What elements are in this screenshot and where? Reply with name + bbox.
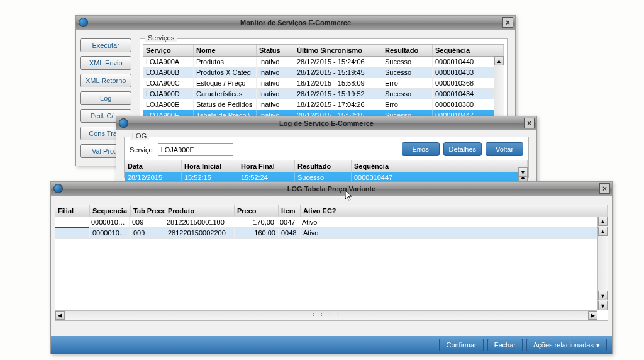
close-icon[interactable] xyxy=(502,17,513,28)
cell-nome: Produtos xyxy=(194,57,257,67)
cell-sequencia: 0000010447 xyxy=(89,217,130,227)
cell-ativo: Ativo xyxy=(299,217,608,227)
table-row[interactable]: LOJA900D Características Inativo 28/12/2… xyxy=(143,89,504,99)
log-tabela-titlebar[interactable]: LOG Tabela Preço Variante xyxy=(51,182,612,196)
table-row[interactable]: LOJA900B Produtos X Categ Inativo 28/12/… xyxy=(143,67,504,78)
col-data[interactable]: Data xyxy=(125,160,182,172)
tabela-scrollbar-v[interactable]: ▲ ▼ ▲ ▼ xyxy=(597,217,608,310)
detalhes-button[interactable]: Detalhes xyxy=(443,142,482,156)
cell-produto: 281220150002200 xyxy=(165,228,235,238)
servicos-tbody: LOJA900A Produtos Inativo 28/12/2015 - 1… xyxy=(143,57,504,121)
scrollbar-grip-icon[interactable]: ⋮⋮⋮⋮ xyxy=(310,312,343,320)
scroll-up-icon[interactable]: ▲ xyxy=(598,217,608,226)
log-fieldset: LOG Serviço Erros Detalhes Voltar Data H… xyxy=(124,137,529,178)
col-sequencia[interactable]: Sequência xyxy=(433,45,504,56)
monitor-titlebar[interactable]: Monitor de Serviços E-Commerce xyxy=(76,16,515,30)
cell-resultado: Erro xyxy=(382,78,433,88)
cell-servico: LOJA900D xyxy=(143,89,194,99)
col-servico[interactable]: Serviço xyxy=(143,45,194,56)
col-resultado[interactable]: Resultado xyxy=(295,160,352,172)
col-sequencia[interactable]: Sequencia xyxy=(90,205,131,217)
cell-servico: LOJA900A xyxy=(143,57,194,67)
col-hora-inicial[interactable]: Hora Inicial xyxy=(182,160,238,172)
log-servico-titlebar[interactable]: Log de Serviço E-Commerce xyxy=(116,116,536,130)
table-row[interactable]: 0000010447 009 281220150002200 160,00 00… xyxy=(55,228,608,239)
cell-sequencia: 0000010447 xyxy=(90,228,131,238)
cell-servico: LOJA900B xyxy=(143,67,194,77)
log-buttons: Erros Detalhes Voltar xyxy=(402,142,523,156)
executar-button[interactable]: Executar xyxy=(80,38,131,52)
fechar-button[interactable]: Fechar xyxy=(487,339,523,351)
scroll-up-icon[interactable]: ▲ xyxy=(494,56,504,65)
table-row[interactable]: LOJA900A Produtos Inativo 28/12/2015 - 1… xyxy=(143,57,504,67)
col-produto[interactable]: Produto xyxy=(165,205,235,217)
close-icon[interactable] xyxy=(599,183,610,194)
servicos-legend: Serviços xyxy=(145,34,177,42)
col-item[interactable]: Item xyxy=(279,205,301,217)
cell-filial[interactable] xyxy=(55,217,89,228)
cell-status: Inativo xyxy=(257,78,294,88)
app-icon xyxy=(53,184,63,193)
servico-row: Serviço xyxy=(130,143,233,156)
close-icon[interactable] xyxy=(524,118,535,128)
log-servico-title: Log de Serviço E-Commerce xyxy=(279,120,374,127)
log-button[interactable]: Log xyxy=(80,91,131,105)
scroll-page-up-icon[interactable]: ▲ xyxy=(598,227,608,236)
tabela-table: Filial Sequencia Tab Preco Produto Preco… xyxy=(55,205,608,321)
cell-status: Inativo xyxy=(257,57,294,67)
chevron-down-icon: ▾ xyxy=(596,341,600,349)
col-resultado[interactable]: Resultado xyxy=(382,45,433,56)
cell-status: Inativo xyxy=(257,89,294,99)
col-sequencia[interactable]: Sequência xyxy=(352,160,528,172)
log-tabela-window: LOG Tabela Preço Variante Filial Sequenc… xyxy=(50,181,613,354)
col-ultimo[interactable]: Último Sincronismo xyxy=(294,45,382,56)
cell-ativo: Ativo xyxy=(301,228,608,238)
col-hora-final[interactable]: Hora Final xyxy=(238,160,295,172)
cell-resultado: Erro xyxy=(382,99,433,110)
col-tab-preco[interactable]: Tab Preco xyxy=(131,205,165,217)
table-row[interactable]: LOJA900C Estoque / Preço Inativo 18/12/2… xyxy=(143,78,504,89)
cell-resultado: Sucesso xyxy=(382,89,433,99)
table-row[interactable]: LOJA900E Status de Pedidos Inativo 18/12… xyxy=(143,99,504,110)
scroll-left-icon[interactable]: ◀ xyxy=(55,311,65,320)
log-legend: LOG xyxy=(130,132,149,140)
cell-ultimo: 28/12/2015 - 15:19:52 xyxy=(294,89,382,99)
log-tabela-title: LOG Tabela Preço Variante xyxy=(287,185,375,193)
log-scrollbar[interactable]: ▲ ▼ xyxy=(518,172,528,177)
cell-resultado: Sucesso xyxy=(382,67,433,77)
confirmar-button[interactable]: Confirmar xyxy=(439,339,483,351)
tabela-scrollbar-h[interactable]: ◀ ⋮⋮⋮⋮ ▶ xyxy=(55,310,597,320)
cell-nome: Estoque / Preço xyxy=(194,78,257,88)
scroll-down-icon[interactable]: ▼ xyxy=(598,301,608,310)
xml-envio-button[interactable]: XML Envio xyxy=(80,56,131,70)
voltar-button[interactable]: Voltar xyxy=(486,142,523,156)
xml-retorno-button[interactable]: XML Retorno xyxy=(80,74,131,87)
col-preco[interactable]: Preco xyxy=(235,205,279,217)
cell-tab-preco: 009 xyxy=(131,228,165,238)
cell-resultado: Sucesso xyxy=(382,57,433,67)
acoes-label: Ações relacionadas xyxy=(533,341,594,349)
servicos-thead: Serviço Nome Status Último Sincronismo R… xyxy=(143,45,504,57)
scroll-right-icon[interactable]: ▶ xyxy=(588,311,597,320)
scroll-down-icon[interactable]: ▼ xyxy=(518,167,528,177)
table-row[interactable]: 0000010447 009 281220150001100 170,00 00… xyxy=(55,217,608,228)
scroll-page-down-icon[interactable]: ▼ xyxy=(598,291,608,300)
cell-item: 0048 xyxy=(279,228,301,238)
monitor-title: Monitor de Serviços E-Commerce xyxy=(240,19,351,26)
acoes-relacionadas-button[interactable]: Ações relacionadas ▾ xyxy=(526,339,607,351)
col-status[interactable]: Status xyxy=(257,45,294,56)
col-ativo[interactable]: Ativo EC? xyxy=(301,205,608,217)
cell-status: Inativo xyxy=(257,67,294,77)
cell-status: Inativo xyxy=(257,99,294,110)
cell-ultimo: 28/12/2015 - 15:24:06 xyxy=(294,57,382,67)
servico-label: Serviço xyxy=(130,146,153,154)
cell-nome: Produtos X Categ xyxy=(194,67,257,77)
erros-button[interactable]: Erros xyxy=(402,142,440,156)
cell-nome: Status de Pedidos xyxy=(194,99,257,110)
col-filial[interactable]: Filial xyxy=(55,205,90,217)
cell-item: 0047 xyxy=(277,217,299,227)
servico-input[interactable] xyxy=(158,143,233,156)
col-nome[interactable]: Nome xyxy=(194,45,257,56)
log-table: Data Hora Inicial Hora Final Resultado S… xyxy=(125,160,528,177)
cell-ultimo: 18/12/2015 - 17:04:26 xyxy=(294,99,382,110)
